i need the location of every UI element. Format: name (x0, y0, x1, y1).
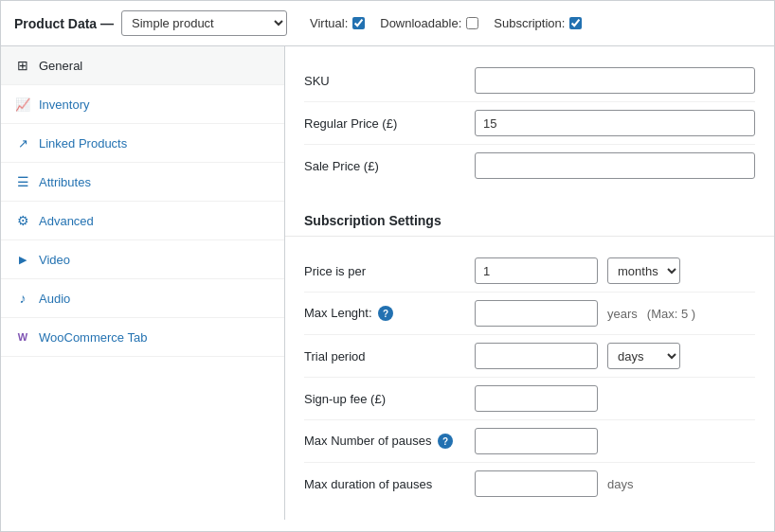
attributes-icon: ☰ (14, 173, 31, 190)
max-length-note: (Max: 5 ) (647, 307, 695, 321)
woo-icon: W (14, 328, 31, 346)
downloadable-label: Downloadable: (380, 16, 461, 30)
max-length-label: Max Lenght: ? (304, 306, 465, 322)
subscription-label: Subscription: (494, 16, 565, 30)
subscription-fields-section: Price is per days weeks months years Max… (285, 237, 774, 518)
max-duration-input[interactable] (475, 470, 598, 497)
sidebar-label-advanced: Advanced (39, 214, 94, 228)
signup-fee-label: Sign-up fee (£) (304, 392, 465, 406)
trial-period-row: Trial period days weeks months years (304, 335, 755, 378)
sidebar-item-linked-products[interactable]: ↗ Linked Products (1, 124, 284, 163)
sidebar: ⊞ General 📈 Inventory ↗ Linked Products … (1, 46, 285, 520)
sku-input[interactable] (475, 67, 755, 94)
max-pauses-help-icon[interactable]: ? (438, 434, 453, 449)
max-pauses-row: Max Number of pauses ? (304, 420, 755, 463)
product-data-panel: Product Data — Simple product Variable p… (0, 0, 775, 532)
regular-price-input[interactable] (475, 110, 755, 136)
trial-period-input[interactable] (475, 343, 598, 369)
regular-price-row: Regular Price (£) (304, 102, 755, 145)
inventory-icon: 📈 (14, 96, 31, 113)
price-per-unit-select[interactable]: days weeks months years (607, 257, 680, 284)
sidebar-label-audio: Audio (39, 292, 70, 306)
panel-header: Product Data — Simple product Variable p… (1, 1, 774, 46)
virtual-checkbox[interactable] (352, 17, 365, 29)
content-area: SKU Regular Price (£) Sale Price (£) Sub… (285, 46, 774, 520)
sidebar-label-inventory: Inventory (39, 98, 89, 112)
sku-row: SKU (304, 60, 755, 102)
grid-icon: ⊞ (14, 57, 31, 74)
signup-fee-row: Sign-up fee (£) (304, 378, 755, 420)
sidebar-item-attributes[interactable]: ☰ Attributes (1, 163, 284, 202)
max-duration-row: Max duration of pauses days (304, 463, 755, 505)
subscription-title: Subscription Settings (304, 213, 442, 228)
product-data-title: Product Data (14, 16, 97, 31)
sidebar-label-attributes: Attributes (39, 175, 91, 189)
sale-price-row: Sale Price (£) (304, 145, 755, 186)
max-length-row: Max Lenght: ? years (Max: 5 ) (304, 293, 755, 335)
sidebar-item-woocommerce-tab[interactable]: W WooCommerce Tab (1, 318, 284, 357)
max-duration-unit: days (607, 477, 633, 491)
sidebar-label-video: Video (39, 253, 70, 267)
link-icon: ↗ (14, 134, 31, 151)
price-per-row: Price is per days weeks months years (304, 250, 755, 293)
virtual-label: Virtual: (310, 16, 348, 30)
audio-icon: ♪ (14, 290, 31, 307)
max-length-help-icon[interactable]: ? (378, 306, 393, 321)
product-type-select[interactable]: Simple product Variable product Grouped … (121, 10, 287, 36)
max-length-input[interactable] (475, 300, 598, 327)
sidebar-item-inventory[interactable]: 📈 Inventory (1, 85, 284, 124)
gear-icon: ⚙ (14, 212, 31, 229)
trial-period-unit-select[interactable]: days weeks months years (607, 343, 680, 369)
sku-label: SKU (304, 74, 465, 88)
max-pauses-label: Max Number of pauses ? (304, 434, 465, 450)
virtual-checkbox-label: Virtual: (310, 16, 365, 30)
panel-body: ⊞ General 📈 Inventory ↗ Linked Products … (1, 46, 774, 520)
title-separator: — (100, 16, 114, 31)
general-fields-section: SKU Regular Price (£) Sale Price (£) (285, 46, 774, 200)
subscription-checkbox-label: Subscription: (494, 16, 582, 30)
panel-title: Product Data — (14, 16, 114, 31)
downloadable-checkbox[interactable] (466, 17, 478, 29)
price-per-label: Price is per (304, 264, 465, 278)
signup-fee-input[interactable] (475, 385, 598, 412)
max-pauses-input[interactable] (475, 428, 598, 454)
price-per-input[interactable] (475, 257, 598, 284)
header-checkboxes: Virtual: Downloadable: Subscription: (310, 16, 582, 30)
max-duration-label: Max duration of pauses (304, 477, 465, 491)
downloadable-checkbox-label: Downloadable: (380, 16, 478, 30)
subscription-heading: Subscription Settings (285, 200, 774, 237)
max-length-unit: years (607, 307, 638, 321)
regular-price-label: Regular Price (£) (304, 116, 465, 131)
video-icon: ▶ (14, 251, 31, 268)
sidebar-item-advanced[interactable]: ⚙ Advanced (1, 202, 284, 240)
sidebar-item-audio[interactable]: ♪ Audio (1, 279, 284, 318)
trial-period-label: Trial period (304, 349, 465, 364)
subscription-checkbox[interactable] (569, 17, 582, 29)
sale-price-label: Sale Price (£) (304, 159, 465, 173)
sidebar-item-video[interactable]: ▶ Video (1, 240, 284, 279)
sidebar-label-woocommerce-tab: WooCommerce Tab (39, 330, 147, 345)
sale-price-input[interactable] (475, 152, 755, 179)
sidebar-item-general[interactable]: ⊞ General (1, 46, 284, 85)
sidebar-label-general: General (39, 59, 82, 73)
sidebar-label-linked-products: Linked Products (39, 136, 127, 151)
